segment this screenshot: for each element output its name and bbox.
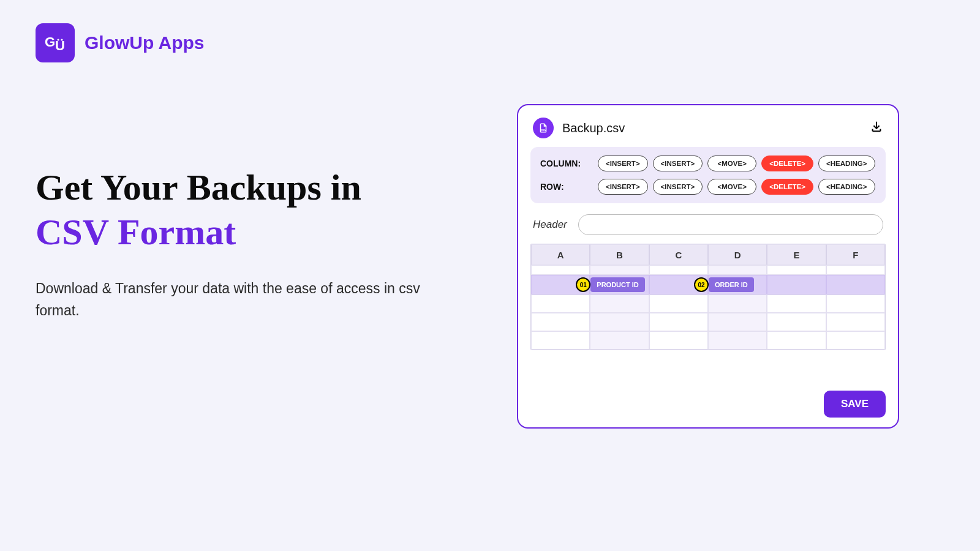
column-move-button[interactable]: <MOVE> <box>707 156 756 171</box>
col-header-f[interactable]: F <box>826 244 885 265</box>
cell[interactable] <box>590 331 649 350</box>
col-header-b[interactable]: B <box>590 244 649 265</box>
field-tag-wrap: 02 ORDER ID <box>709 276 766 294</box>
cell[interactable] <box>590 265 649 275</box>
column-heading-button[interactable]: <HEADING> <box>818 156 875 171</box>
csv-editor-card: CSV Backup.csv COLUMN: <INSERT> <INSERT>… <box>517 104 899 429</box>
row-label: ROW: <box>540 182 593 192</box>
svg-text:U: U <box>55 38 65 53</box>
cell[interactable] <box>826 275 885 294</box>
field-tag-order-id[interactable]: ORDER ID <box>709 277 754 292</box>
spreadsheet-highlight-row: 01 PRODUCT ID 02 ORDER ID <box>531 275 885 294</box>
download-icon <box>870 120 883 133</box>
header-field-row: Header <box>533 214 883 235</box>
row-toolbar-row: ROW: <INSERT> <INSERT> <MOVE> <DELETE> <… <box>540 179 876 195</box>
row-insert-button-2[interactable]: <INSERT> <box>653 179 703 195</box>
brand-name: GlowUp Apps <box>85 32 205 53</box>
cell[interactable] <box>767 275 826 294</box>
svg-text:G: G <box>45 34 56 50</box>
cell[interactable] <box>531 294 590 313</box>
col-header-c[interactable]: C <box>649 244 708 265</box>
tag-number-badge: 01 <box>576 277 590 292</box>
cell[interactable] <box>767 265 826 275</box>
row-delete-button[interactable]: <DELETE> <box>761 179 813 195</box>
save-button[interactable]: SAVE <box>824 391 886 418</box>
cell[interactable] <box>649 265 708 275</box>
hero-title: Get Your Backups in CSV Format <box>36 165 428 255</box>
cell[interactable]: 02 ORDER ID <box>708 275 767 294</box>
cell[interactable] <box>767 294 826 313</box>
hero-subtitle: Download & Transfer your data with the e… <box>36 278 428 321</box>
spreadsheet-row <box>531 331 885 350</box>
hero-section: Get Your Backups in CSV Format Download … <box>36 165 428 322</box>
column-insert-button-2[interactable]: <INSERT> <box>653 156 703 171</box>
cell[interactable] <box>531 265 590 275</box>
cell[interactable] <box>531 331 590 350</box>
column-toolbar-row: COLUMN: <INSERT> <INSERT> <MOVE> <DELETE… <box>540 156 876 171</box>
spreadsheet-header-row: A B C D E F <box>531 244 885 265</box>
svg-text:CSV: CSV <box>541 129 546 132</box>
cell[interactable] <box>649 294 708 313</box>
toolbar-panel: COLUMN: <INSERT> <INSERT> <MOVE> <DELETE… <box>530 147 886 203</box>
cell[interactable] <box>708 294 767 313</box>
svg-point-2 <box>57 39 59 40</box>
card-header: CSV Backup.csv <box>530 118 886 147</box>
download-button[interactable] <box>870 120 883 136</box>
cell[interactable] <box>590 313 649 331</box>
cell[interactable] <box>649 313 708 331</box>
cell[interactable] <box>590 294 649 313</box>
col-header-a[interactable]: A <box>531 244 590 265</box>
row-heading-button[interactable]: <HEADING> <box>818 179 875 195</box>
file-name: Backup.csv <box>562 121 625 135</box>
column-insert-button-1[interactable]: <INSERT> <box>598 156 648 171</box>
file-title: CSV Backup.csv <box>533 118 625 138</box>
hero-title-accent: CSV Format <box>36 212 236 252</box>
col-header-e[interactable]: E <box>767 244 826 265</box>
hero-title-plain: Get Your Backups in <box>36 167 361 208</box>
cell[interactable] <box>767 313 826 331</box>
spreadsheet-row <box>531 294 885 313</box>
cell[interactable] <box>826 331 885 350</box>
cell[interactable] <box>708 313 767 331</box>
cell[interactable] <box>826 294 885 313</box>
spreadsheet: A B C D E F 01 PRODUCT ID <box>530 244 886 350</box>
card-footer: SAVE <box>530 382 886 418</box>
field-tag-product-id[interactable]: PRODUCT ID <box>590 277 644 292</box>
spreadsheet-row <box>531 265 885 275</box>
csv-file-icon: CSV <box>533 118 554 138</box>
cell[interactable] <box>826 265 885 275</box>
svg-point-3 <box>61 39 62 40</box>
field-tag-wrap: 01 PRODUCT ID <box>590 276 648 294</box>
logo-badge: G U <box>36 23 75 62</box>
header-field-label: Header <box>533 219 567 231</box>
cell[interactable] <box>767 331 826 350</box>
header-input[interactable] <box>578 214 883 235</box>
brand-logo: G U GlowUp Apps <box>36 23 205 62</box>
cell[interactable] <box>708 265 767 275</box>
cell[interactable]: 01 PRODUCT ID <box>590 275 649 294</box>
logo-glyph-icon: G U <box>43 31 67 55</box>
cell[interactable] <box>531 313 590 331</box>
column-delete-button[interactable]: <DELETE> <box>761 156 813 171</box>
cell[interactable] <box>649 331 708 350</box>
column-label: COLUMN: <box>540 159 593 168</box>
cell[interactable] <box>708 331 767 350</box>
cell[interactable] <box>826 313 885 331</box>
row-insert-button-1[interactable]: <INSERT> <box>598 179 648 195</box>
col-header-d[interactable]: D <box>708 244 767 265</box>
row-move-button[interactable]: <MOVE> <box>707 179 756 195</box>
tag-number-badge: 02 <box>694 277 709 292</box>
spreadsheet-row <box>531 313 885 331</box>
